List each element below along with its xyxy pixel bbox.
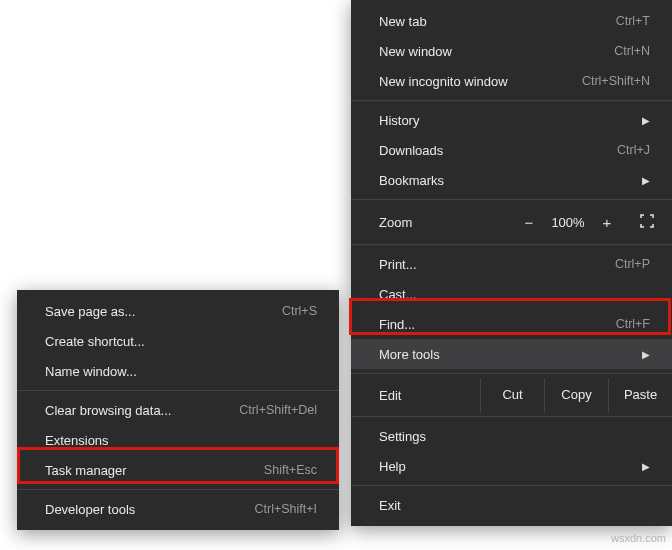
menu-item-print[interactable]: Print... Ctrl+P (351, 249, 672, 279)
submenu-item-clear-browsing-data[interactable]: Clear browsing data... Ctrl+Shift+Del (17, 395, 339, 425)
separator (351, 485, 672, 486)
menu-item-edit: Edit Cut Copy Paste (351, 378, 672, 412)
menu-shortcut: Ctrl+F (616, 317, 650, 331)
separator (17, 489, 339, 490)
menu-label: Bookmarks (379, 173, 642, 188)
menu-label: Downloads (379, 143, 605, 158)
menu-item-cast[interactable]: Cast... (351, 279, 672, 309)
zoom-label: Zoom (379, 215, 512, 230)
chevron-right-icon: ▶ (642, 175, 650, 186)
menu-label: Clear browsing data... (45, 403, 227, 418)
menu-label: Find... (379, 317, 604, 332)
submenu-item-name-window[interactable]: Name window... (17, 356, 339, 386)
zoom-percent: 100% (546, 215, 590, 230)
menu-label: Settings (379, 429, 650, 444)
menu-item-new-tab[interactable]: New tab Ctrl+T (351, 6, 672, 36)
menu-shortcut: Ctrl+Shift+Del (239, 403, 317, 417)
separator (351, 373, 672, 374)
menu-item-exit[interactable]: Exit (351, 490, 672, 520)
menu-label: Extensions (45, 433, 317, 448)
edit-label: Edit (351, 388, 480, 403)
menu-shortcut: Ctrl+Shift+N (582, 74, 650, 88)
menu-item-find[interactable]: Find... Ctrl+F (351, 309, 672, 339)
submenu-item-task-manager[interactable]: Task manager Shift+Esc (17, 455, 339, 485)
chevron-right-icon: ▶ (642, 349, 650, 360)
fullscreen-button[interactable] (632, 214, 662, 231)
copy-button[interactable]: Copy (544, 378, 608, 412)
submenu-item-extensions[interactable]: Extensions (17, 425, 339, 455)
menu-label: History (379, 113, 642, 128)
menu-item-help[interactable]: Help ▶ (351, 451, 672, 481)
menu-item-bookmarks[interactable]: Bookmarks ▶ (351, 165, 672, 195)
menu-label: New incognito window (379, 74, 570, 89)
menu-label: Help (379, 459, 642, 474)
menu-shortcut: Ctrl+N (614, 44, 650, 58)
cut-button[interactable]: Cut (480, 378, 544, 412)
submenu-item-developer-tools[interactable]: Developer tools Ctrl+Shift+I (17, 494, 339, 524)
menu-label: New window (379, 44, 602, 59)
menu-label: Task manager (45, 463, 252, 478)
menu-label: Name window... (45, 364, 317, 379)
separator (351, 416, 672, 417)
submenu-item-create-shortcut[interactable]: Create shortcut... (17, 326, 339, 356)
zoom-in-button[interactable]: + (590, 214, 624, 231)
more-tools-submenu: Save page as... Ctrl+S Create shortcut..… (17, 290, 339, 530)
paste-button[interactable]: Paste (608, 378, 672, 412)
menu-label: Print... (379, 257, 603, 272)
menu-label: Developer tools (45, 502, 242, 517)
fullscreen-icon (640, 214, 654, 228)
chevron-right-icon: ▶ (642, 461, 650, 472)
menu-label: Create shortcut... (45, 334, 317, 349)
menu-item-history[interactable]: History ▶ (351, 105, 672, 135)
menu-label: Save page as... (45, 304, 270, 319)
watermark: wsxdn.com (611, 532, 666, 544)
menu-item-downloads[interactable]: Downloads Ctrl+J (351, 135, 672, 165)
separator (351, 244, 672, 245)
zoom-out-button[interactable]: − (512, 214, 546, 231)
menu-shortcut: Ctrl+P (615, 257, 650, 271)
menu-label: Exit (379, 498, 650, 513)
menu-item-new-incognito[interactable]: New incognito window Ctrl+Shift+N (351, 66, 672, 96)
menu-item-new-window[interactable]: New window Ctrl+N (351, 36, 672, 66)
separator (351, 100, 672, 101)
submenu-item-save-page[interactable]: Save page as... Ctrl+S (17, 296, 339, 326)
separator (351, 199, 672, 200)
menu-label: More tools (379, 347, 642, 362)
chevron-right-icon: ▶ (642, 115, 650, 126)
main-menu: New tab Ctrl+T New window Ctrl+N New inc… (351, 0, 672, 526)
menu-shortcut: Ctrl+S (282, 304, 317, 318)
menu-shortcut: Ctrl+T (616, 14, 650, 28)
menu-shortcut: Ctrl+Shift+I (254, 502, 317, 516)
menu-shortcut: Ctrl+J (617, 143, 650, 157)
menu-label: New tab (379, 14, 604, 29)
menu-item-settings[interactable]: Settings (351, 421, 672, 451)
menu-label: Cast... (379, 287, 650, 302)
menu-item-zoom: Zoom − 100% + (351, 204, 672, 240)
separator (17, 390, 339, 391)
menu-shortcut: Shift+Esc (264, 463, 317, 477)
menu-item-more-tools[interactable]: More tools ▶ (351, 339, 672, 369)
